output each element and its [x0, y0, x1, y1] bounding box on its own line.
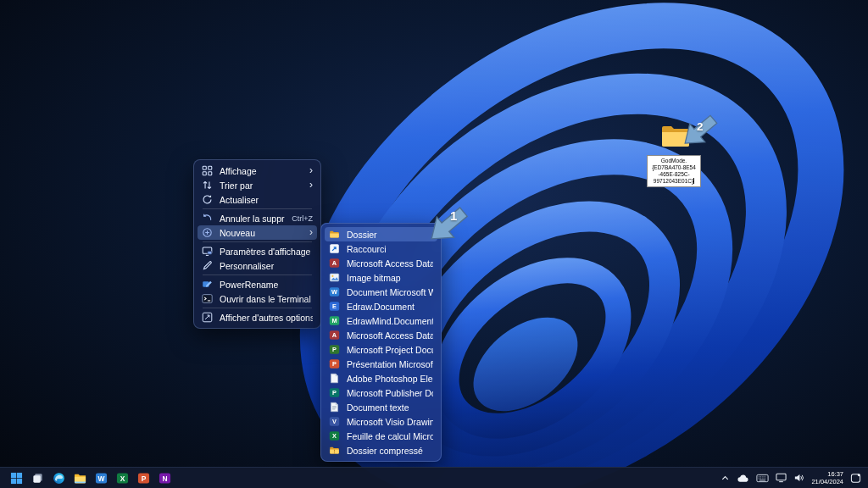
- taskbar-excel-button[interactable]: X: [114, 470, 130, 485]
- taskbar-edge-button[interactable]: [51, 470, 66, 485]
- shortcut-label: Ctrl+Z: [292, 214, 313, 223]
- context-menu-item-ouvrir-dans-le-terminal[interactable]: Ouvrir dans le Terminal: [198, 291, 317, 306]
- new-submenu-item-presentation-microsoft-powerpoint[interactable]: PPrésentation Microsoft PowerPoint: [325, 357, 437, 371]
- folder-name-line: 99712043E01C}: [648, 178, 699, 185]
- access-icon: A: [329, 330, 340, 341]
- menu-item-label: Feuille de calcul Microsoft Excel: [347, 431, 433, 441]
- svg-text:P: P: [141, 474, 146, 482]
- excel-icon: X: [329, 430, 340, 441]
- context-menu-item-actualiser[interactable]: Actualiser: [198, 192, 317, 207]
- onedrive-icon[interactable]: [737, 474, 749, 483]
- svg-text:A: A: [332, 259, 337, 267]
- context-menu-item-parametres-d-affichage[interactable]: Paramètres d'affichage: [198, 244, 317, 258]
- menu-item-label: Dossier: [347, 230, 433, 240]
- menu-item-label: Raccourci: [347, 244, 433, 254]
- pse-icon: [329, 373, 340, 384]
- more-options-icon: [202, 312, 213, 323]
- menu-item-label: Annuler la suppression: [220, 214, 285, 224]
- edraw-icon: E: [329, 301, 340, 312]
- svg-text:P: P: [332, 360, 337, 368]
- menu-item-label: Dossier compressé: [347, 446, 433, 456]
- new-submenu-item-microsoft-access-database[interactable]: AMicrosoft Access Database: [325, 256, 437, 270]
- new-submenu: DossierRaccourciAMicrosoft Access Databa…: [320, 223, 442, 462]
- refresh-icon: [202, 194, 213, 205]
- svg-text:X: X: [120, 474, 125, 482]
- access-icon: A: [329, 258, 340, 269]
- menu-item-label: Personnaliser: [220, 261, 313, 271]
- textfile-icon: [329, 402, 340, 413]
- menu-item-label: Affichage: [220, 166, 303, 176]
- display-icon: [202, 246, 213, 257]
- new-submenu-item-dossier-compresse[interactable]: Dossier compressé: [325, 443, 437, 458]
- folder-icon: [329, 229, 340, 240]
- new-submenu-item-image-bitmap[interactable]: Image bitmap: [325, 270, 437, 285]
- keyboard-icon[interactable]: [756, 474, 769, 483]
- new-submenu-item-raccourci[interactable]: Raccourci: [325, 241, 437, 256]
- publisher-icon: P: [329, 387, 340, 398]
- grid-icon: [202, 165, 213, 176]
- menu-item-label: Microsoft Access Database: [347, 258, 433, 269]
- new-submenu-item-feuille-de-calcul-microsoft-excel[interactable]: XFeuille de calcul Microsoft Excel: [325, 429, 437, 443]
- project-icon: P: [329, 344, 340, 355]
- tray-icons: [721, 473, 804, 483]
- folder-name-line: GodMode.: [648, 158, 699, 164]
- svg-text:M: M: [331, 317, 337, 324]
- clock-time: 16:37: [811, 470, 843, 478]
- taskbar-explorer-button[interactable]: [72, 470, 87, 485]
- context-menu-item-nouveau[interactable]: Nouveau›: [198, 225, 317, 240]
- context-menu-item-annuler-la-suppression[interactable]: Annuler la suppressionCtrl+Z: [198, 211, 317, 225]
- menu-item-label: Document Microsoft Word: [347, 287, 433, 297]
- taskbar-powerpoint-button[interactable]: P: [136, 470, 151, 485]
- menu-item-label: Image bitmap: [347, 273, 433, 283]
- new-submenu-item-document-microsoft-word[interactable]: WDocument Microsoft Word: [325, 285, 437, 299]
- taskbar-clock[interactable]: 16:37 21/04/2024: [811, 470, 843, 485]
- new-submenu-item-dossier[interactable]: Dossier: [325, 227, 437, 241]
- new-submenu-item-adobe-photoshop-elements-image[interactable]: Adobe Photoshop Elements Image: [325, 371, 437, 385]
- edrawmind-icon: M: [329, 315, 340, 326]
- context-menu-item-afficher-d-autres-options[interactable]: Afficher d'autres options: [198, 310, 317, 324]
- new-submenu-item-microsoft-visio-drawing[interactable]: VMicrosoft Visio Drawing: [325, 414, 437, 429]
- menu-item-label: Ouvrir dans le Terminal: [220, 294, 313, 304]
- terminal-icon: [202, 293, 213, 304]
- new-submenu-item-document-texte[interactable]: Document texte: [325, 400, 437, 414]
- chevron-right-icon: ›: [309, 165, 313, 175]
- menu-item-label: Microsoft Publisher Document: [347, 388, 433, 398]
- notification-center-icon[interactable]: [850, 473, 861, 484]
- visio-icon: V: [329, 416, 340, 427]
- menu-item-label: Microsoft Visio Drawing: [347, 417, 433, 427]
- bitmap-icon: [329, 272, 340, 283]
- context-menu-item-trier-par[interactable]: Trier par›: [198, 178, 317, 192]
- new-submenu-item-microsoft-project-document[interactable]: PMicrosoft Project Document: [325, 342, 437, 357]
- menu-item-label: Nouveau: [220, 228, 303, 238]
- taskbar-word-button[interactable]: W: [93, 470, 108, 485]
- context-menu-item-powerrename[interactable]: PowerRename: [198, 277, 317, 291]
- annotation-number-1: 1: [450, 208, 457, 223]
- volume-icon[interactable]: [793, 473, 804, 483]
- folder-name-line: -465E-825C-: [648, 171, 699, 178]
- context-menu-item-affichage[interactable]: Affichage›: [198, 164, 317, 178]
- new-submenu-item-edraw-document[interactable]: EEdraw.Document: [325, 299, 437, 313]
- taskbar-taskview-button[interactable]: [30, 470, 45, 485]
- menu-item-label: Document texte: [347, 402, 433, 413]
- svg-text:V: V: [332, 418, 337, 425]
- new-submenu-item-edrawmind-document[interactable]: MEdrawMind.Document: [325, 313, 437, 328]
- menu-item-label: Trier par: [220, 180, 303, 191]
- new-icon: [202, 227, 213, 238]
- network-icon[interactable]: [776, 473, 787, 483]
- svg-text:P: P: [332, 389, 337, 396]
- menu-item-label: EdrawMind.Document: [347, 316, 433, 326]
- menu-item-label: Adobe Photoshop Elements Image: [347, 374, 433, 384]
- chevron-right-icon: ›: [309, 227, 313, 237]
- taskbar-onenote-button[interactable]: N: [157, 470, 172, 485]
- godmode-folder-name-editbox[interactable]: GodMode. {ED7BA470-8E54 -465E-825C- 9971…: [647, 155, 701, 187]
- new-submenu-item-microsoft-access-database[interactable]: AMicrosoft Access Database: [325, 328, 437, 342]
- sort-icon: [202, 180, 213, 191]
- folder-name-line: {ED7BA470-8E54: [648, 164, 699, 171]
- chevron-up-icon[interactable]: [721, 474, 730, 483]
- system-tray: 16:37 21/04/2024: [721, 470, 861, 485]
- new-submenu-item-microsoft-publisher-document[interactable]: PMicrosoft Publisher Document: [325, 385, 437, 400]
- context-menu-item-personnaliser[interactable]: Personnaliser: [198, 258, 317, 273]
- menu-item-label: Edraw.Document: [347, 302, 433, 312]
- taskbar-start-button[interactable]: [8, 470, 24, 485]
- menu-item-label: Présentation Microsoft PowerPoint: [347, 359, 433, 369]
